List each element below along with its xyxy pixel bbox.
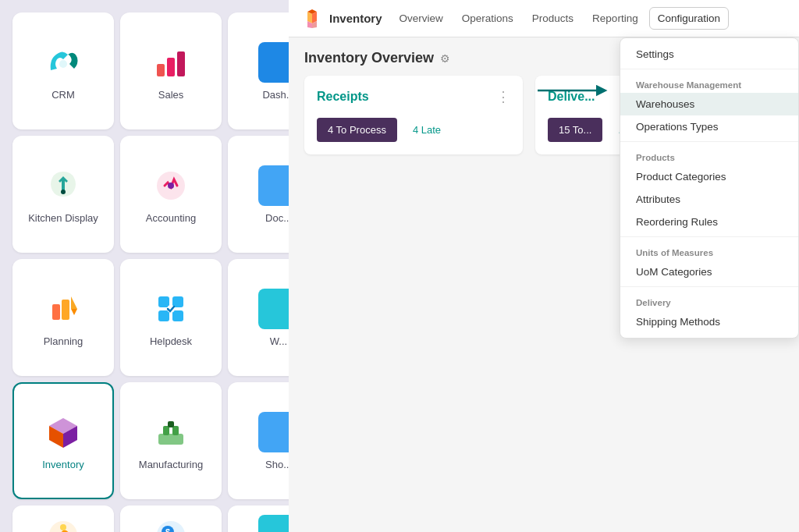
app-item-expenses[interactable]: $ Expenses xyxy=(120,505,222,532)
dropdown-divider-3 xyxy=(620,236,798,237)
kitchen-label: Kitchen Display xyxy=(28,212,98,224)
sales-label: Sales xyxy=(158,89,184,101)
inventory-icon xyxy=(43,412,83,452)
svg-rect-22 xyxy=(172,426,179,435)
dashboard-label: Dash... xyxy=(262,89,289,101)
dropdown-shipping-methods[interactable]: Shipping Methods xyxy=(620,310,798,333)
svg-rect-1 xyxy=(157,64,165,76)
dropdown-divider-1 xyxy=(620,69,798,69)
dropdown-settings[interactable]: Settings xyxy=(620,43,798,66)
sho-icon xyxy=(258,412,289,452)
app-item-planning[interactable]: Planning xyxy=(12,259,114,376)
crm-icon xyxy=(43,42,83,83)
nav-app-name: Inventory xyxy=(329,12,382,25)
w-label: W... xyxy=(270,335,287,347)
app-grid: CRM Sales Dash... Kitchen Display xyxy=(0,0,289,532)
arrow-annotation xyxy=(538,81,608,100)
svg-marker-10 xyxy=(71,309,77,315)
inventory-label: Inventory xyxy=(42,459,83,470)
helpdesk-label: Helpdesk xyxy=(150,335,192,347)
svg-text:$: $ xyxy=(165,527,170,532)
receipts-card-header: Receipts ⋮ xyxy=(317,88,510,105)
svg-rect-8 xyxy=(62,300,69,320)
svg-point-0 xyxy=(59,60,67,68)
svg-point-4 xyxy=(61,190,66,194)
manufacturing-icon xyxy=(151,412,191,452)
dropdown-divider-2 xyxy=(620,141,798,142)
nav-configuration[interactable]: Configuration xyxy=(649,7,729,30)
app-item-helpdesk[interactable]: Helpdesk xyxy=(120,259,222,376)
app-item-sho[interactable]: Sho... xyxy=(228,382,289,499)
app-item-inventory[interactable]: Inventory xyxy=(12,382,114,499)
nav-reporting[interactable]: Reporting xyxy=(584,8,646,29)
nav-overview[interactable]: Overview xyxy=(392,8,451,29)
receipts-process-btn[interactable]: 4 To Process xyxy=(317,118,397,142)
svg-rect-13 xyxy=(158,310,169,321)
deliveries-process-btn[interactable]: 15 To... xyxy=(548,118,602,142)
sho-label: Sho... xyxy=(265,459,289,470)
dropdown-section-products: Products xyxy=(620,145,798,165)
svg-rect-2 xyxy=(167,58,175,76)
app-item-kitchen[interactable]: Kitchen Display xyxy=(12,136,114,253)
app-item-crm[interactable]: CRM xyxy=(12,12,114,129)
svg-rect-11 xyxy=(158,296,169,307)
top-nav: Inventory Overview Operations Products R… xyxy=(289,0,799,37)
dropdown-product-categories[interactable]: Product Categories xyxy=(620,165,798,188)
a-icon xyxy=(258,515,289,532)
accounting-icon xyxy=(151,165,191,206)
doc-icon xyxy=(258,165,289,206)
svg-rect-7 xyxy=(52,304,60,320)
svg-rect-23 xyxy=(168,421,174,427)
svg-point-6 xyxy=(168,183,174,189)
doc-label: Doc... xyxy=(265,212,289,224)
svg-rect-14 xyxy=(172,310,183,321)
planning-icon xyxy=(43,289,83,329)
dropdown-operations-types[interactable]: Operations Types xyxy=(620,115,798,138)
dropdown-section-delivery: Delivery xyxy=(620,290,798,310)
manufacturing-label: Manufacturing xyxy=(139,459,203,470)
dropdown-section-uom: Units of Measures xyxy=(620,240,798,261)
kitchen-icon xyxy=(43,165,83,206)
app-item-timeoff[interactable]: Time Off xyxy=(12,505,114,532)
app-item-w[interactable]: W... xyxy=(228,259,289,376)
svg-rect-20 xyxy=(158,434,183,445)
app-item-manufacturing[interactable]: Manufacturing xyxy=(120,382,222,499)
app-logo xyxy=(301,8,323,30)
sales-icon xyxy=(151,42,191,83)
svg-marker-9 xyxy=(71,296,77,309)
page-title: Inventory Overview xyxy=(304,50,434,66)
configuration-dropdown: Settings Warehouse Management Warehouses… xyxy=(620,37,799,339)
dropdown-section-warehouse: Warehouse Management xyxy=(620,73,798,93)
expenses-icon: $ xyxy=(151,515,191,532)
receipts-title: Receipts xyxy=(317,90,369,104)
app-item-dashboard[interactable]: Dash... xyxy=(228,12,289,129)
svg-rect-21 xyxy=(163,426,169,435)
receipts-actions: 4 To Process 4 Late xyxy=(317,118,510,142)
svg-rect-3 xyxy=(177,51,185,76)
dashboard-icon xyxy=(258,42,289,83)
planning-label: Planning xyxy=(44,335,83,347)
app-item-sales[interactable]: Sales xyxy=(120,12,222,129)
app-item-a[interactable]: A... xyxy=(228,505,289,532)
app-item-doc[interactable]: Doc... xyxy=(228,136,289,253)
dropdown-warehouses[interactable]: Warehouses xyxy=(620,93,798,115)
timeoff-icon xyxy=(43,515,83,532)
gear-icon[interactable]: ⚙ xyxy=(440,52,450,65)
dropdown-divider-4 xyxy=(620,286,798,287)
crm-label: CRM xyxy=(51,89,75,101)
dropdown-reordering-rules[interactable]: Reordering Rules xyxy=(620,211,798,233)
app-item-accounting[interactable]: Accounting xyxy=(120,136,222,253)
receipts-card: Receipts ⋮ 4 To Process 4 Late xyxy=(304,76,523,154)
accounting-label: Accounting xyxy=(146,212,196,224)
w-icon xyxy=(258,289,289,329)
nav-products[interactable]: Products xyxy=(524,8,581,29)
dropdown-attributes[interactable]: Attributes xyxy=(620,188,798,211)
receipts-late[interactable]: 4 Late xyxy=(413,124,441,136)
helpdesk-icon xyxy=(151,289,191,329)
dropdown-uom-categories[interactable]: UoM Categories xyxy=(620,261,798,283)
nav-operations[interactable]: Operations xyxy=(454,8,521,29)
main-content: Inventory Overview Operations Products R… xyxy=(289,0,799,532)
svg-point-25 xyxy=(60,524,66,530)
receipts-menu-icon[interactable]: ⋮ xyxy=(496,88,510,105)
